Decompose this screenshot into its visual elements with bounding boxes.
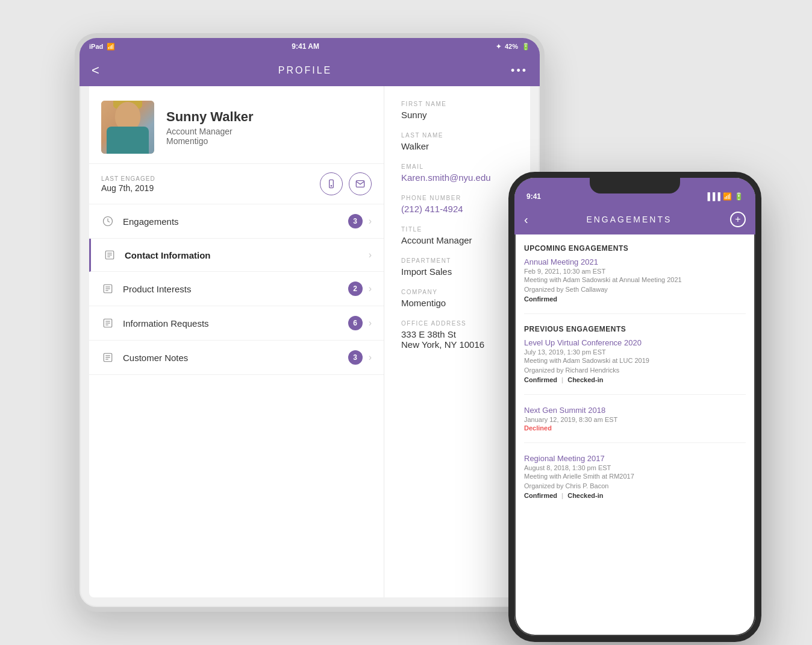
phone-battery-icon: 🔋: [734, 192, 743, 201]
status-time: 9:41 AM: [292, 42, 319, 51]
email-value[interactable]: Karen.smith@nyu.edu: [401, 172, 513, 183]
phone-header-title: ENGAGEMENTS: [586, 215, 672, 224]
title-label: TITLE: [401, 226, 513, 233]
information-requests-badge: 6: [348, 316, 363, 330]
department-value: Import Sales: [401, 266, 513, 277]
battery-label: 42%: [505, 43, 518, 50]
sidebar-item-contact-information[interactable]: Contact Information ›: [89, 239, 384, 272]
email-icon[interactable]: [349, 172, 372, 195]
app-header: < PROFILE •••: [80, 55, 540, 86]
ipad-frame: iPad 📶 9:41 AM ✦ 42% 🔋 < PROFILE •••: [75, 33, 545, 612]
profile-info: Sunny Walker Account Manager Momentigo: [166, 109, 372, 146]
phone-icon[interactable]: [320, 172, 343, 195]
last-name-field: LAST NAME Walker: [401, 132, 513, 151]
previous-section-title: PREVIOUS ENGAGEMENTS: [524, 325, 746, 333]
company-label: COMPANY: [401, 289, 513, 295]
engagement-annual-meeting-status: Confirmed: [524, 295, 746, 303]
phone-field: PHONE NUMBER (212) 411-4924: [401, 195, 513, 214]
phone-content: UPCOMING ENGAGEMENTS Annual Meeting 2021…: [514, 234, 755, 636]
phone-device: 9:41 ▐▐▐ 📶 🔋 ‹ ENGAGEMENTS + UPCOMING EN…: [508, 172, 761, 642]
phone-notch: [590, 178, 680, 194]
engagement-annual-meeting-name: Annual Meeting 2021: [524, 257, 746, 266]
more-options-button[interactable]: •••: [511, 64, 528, 77]
engagement-annual-meeting-org: Organized by Seth Callaway: [524, 286, 746, 293]
product-interests-badge: 2: [348, 282, 363, 296]
phone-wifi-icon: 📶: [723, 192, 732, 201]
first-name-label: FIRST NAME: [401, 101, 513, 107]
left-panel: Sunny Walker Account Manager Momentigo L…: [89, 86, 384, 597]
main-content: Sunny Walker Account Manager Momentigo L…: [89, 86, 530, 597]
customer-notes-label: Customer Notes: [123, 353, 348, 363]
department-label: DEPARTMENT: [401, 257, 513, 264]
office-address-line1: 333 E 38th St: [401, 329, 513, 339]
engagement-annual-meeting-desc: Meeting with Adam Sadowski at Annual Mee…: [524, 276, 746, 283]
engagements-chevron: ›: [369, 216, 372, 227]
avatar: [101, 101, 154, 154]
profile-header: Sunny Walker Account Manager Momentigo: [89, 86, 384, 164]
sidebar-item-customer-notes[interactable]: Customer Notes 3 ›: [89, 341, 384, 375]
last-engaged-row: LAST ENGAGED Aug 7th, 2019: [89, 164, 384, 204]
department-field: DEPARTMENT Import Sales: [401, 257, 513, 277]
product-interests-chevron: ›: [369, 283, 372, 294]
information-requests-label: Information Requests: [123, 318, 348, 329]
engagement-level-up-date: July 13, 2019, 1:30 pm EST: [524, 348, 746, 356]
company-field: COMPANY Momentigo: [401, 289, 513, 308]
engagements-badge: 3: [348, 214, 363, 228]
title-value: Account Manager: [401, 235, 513, 245]
header-title: PROFILE: [278, 65, 332, 76]
engagement-regional-meeting-status: Confirmed | Checked-in: [524, 492, 746, 499]
engagement-regional-meeting: Regional Meeting 2017 August 8, 2018, 1:…: [524, 454, 746, 510]
avatar-body: [107, 127, 149, 154]
engagements-icon: [101, 215, 114, 228]
sidebar-item-product-interests[interactable]: Product Interests 2 ›: [89, 272, 384, 306]
bluetooth-icon: ✦: [496, 43, 501, 51]
engagement-regional-meeting-desc: Meeting with Arielle Smith at RM2017: [524, 473, 746, 480]
back-button[interactable]: <: [92, 63, 99, 78]
last-engaged-date: Aug 7th, 2019: [101, 183, 155, 193]
carrier-label: iPad: [89, 43, 103, 50]
engagement-next-gen-date: January 12, 2019, 8:30 am EST: [524, 416, 746, 423]
customer-notes-icon: [101, 351, 114, 364]
contact-information-label: Contact Information: [125, 250, 369, 260]
engagement-annual-meeting-date: Feb 9, 2021, 10:30 am EST: [524, 268, 746, 275]
profile-name: Sunny Walker: [166, 109, 372, 125]
upcoming-section-title: UPCOMING ENGAGEMENTS: [524, 244, 746, 253]
phone-value[interactable]: (212) 411-4924: [401, 204, 513, 214]
information-requests-chevron: ›: [369, 318, 372, 329]
phone-time: 9:41: [526, 192, 541, 201]
contact-icons: [320, 172, 372, 195]
sidebar-item-information-requests[interactable]: Information Requests 6 ›: [89, 306, 384, 341]
engagement-next-gen: Next Gen Summit 2018 January 12, 2019, 8…: [524, 406, 746, 443]
engagement-regional-meeting-org: Organized by Chris P. Bacon: [524, 482, 746, 489]
last-engaged-label: LAST ENGAGED: [101, 175, 155, 182]
status-sep-2: |: [561, 492, 563, 499]
status-sep-1: |: [561, 376, 563, 383]
email-field: EMAIL Karen.smith@nyu.edu: [401, 163, 513, 183]
wifi-icon: 📶: [107, 43, 115, 51]
status-right: ✦ 42% 🔋: [496, 43, 530, 51]
office-address-line2: New York, NY 10016: [401, 339, 513, 350]
phone-signal-icon: ▐▐▐: [705, 192, 720, 201]
engagement-level-up: Level Up Virtual Conference 2020 July 13…: [524, 338, 746, 395]
engagement-level-up-desc: Meeting with Adam Sadowski at LUC 2019: [524, 357, 746, 364]
title-field: TITLE Account Manager: [401, 226, 513, 245]
information-requests-icon: [101, 316, 114, 330]
profile-company: Momentigo: [166, 136, 372, 146]
first-name-field: FIRST NAME Sunny: [401, 101, 513, 120]
engagement-regional-meeting-date: August 8, 2018, 1:30 pm EST: [524, 464, 746, 471]
engagement-level-up-org: Organized by Richard Hendricks: [524, 367, 746, 374]
customer-notes-badge: 3: [348, 350, 363, 365]
avatar-image: [101, 101, 154, 154]
office-address-label: OFFICE ADDRESS: [401, 320, 513, 327]
phone-status-icons: ▐▐▐ 📶 🔋: [705, 192, 743, 201]
phone-app-header: ‹ ENGAGEMENTS +: [514, 204, 755, 234]
company-value: Momentigo: [401, 298, 513, 308]
product-interests-icon: [101, 282, 114, 295]
engagement-annual-meeting: Annual Meeting 2021 Feb 9, 2021, 10:30 a…: [524, 257, 746, 314]
phone-add-button[interactable]: +: [730, 212, 746, 227]
phone-back-button[interactable]: ‹: [524, 213, 528, 227]
contact-information-icon: [103, 248, 116, 262]
engagements-label: Engagements: [123, 216, 348, 227]
last-engaged-info: LAST ENGAGED Aug 7th, 2019: [101, 175, 155, 193]
sidebar-item-engagements[interactable]: Engagements 3 ›: [89, 204, 384, 239]
